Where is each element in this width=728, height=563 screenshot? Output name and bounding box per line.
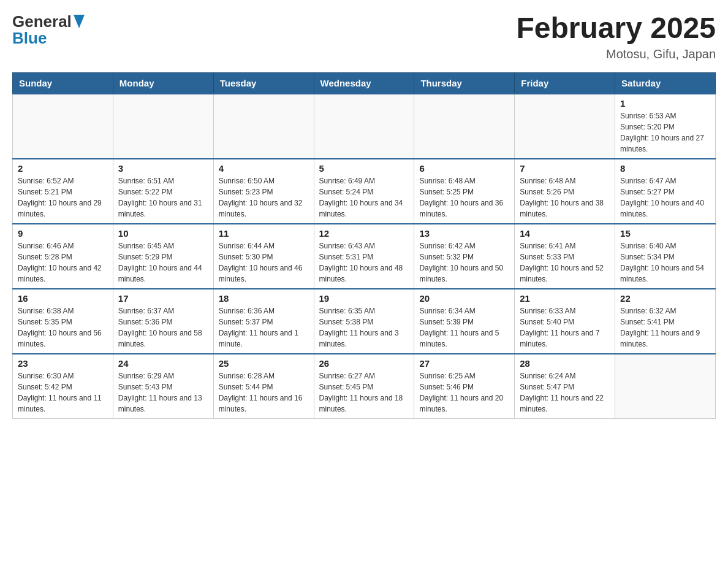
day-info: Sunrise: 6:50 AM Sunset: 5:23 PM Dayligh… <box>219 175 309 220</box>
day-number: 24 <box>118 358 208 369</box>
day-number: 22 <box>620 293 710 304</box>
calendar-cell <box>615 354 716 419</box>
logo-arrow-icon <box>74 15 85 31</box>
day-info: Sunrise: 6:47 AM Sunset: 5:27 PM Dayligh… <box>620 175 710 220</box>
day-number: 9 <box>18 228 108 239</box>
calendar-cell: 4Sunrise: 6:50 AM Sunset: 5:23 PM Daylig… <box>213 159 314 224</box>
day-info: Sunrise: 6:49 AM Sunset: 5:24 PM Dayligh… <box>319 175 409 220</box>
calendar-cell: 28Sunrise: 6:24 AM Sunset: 5:47 PM Dayli… <box>515 354 615 419</box>
day-info: Sunrise: 6:36 AM Sunset: 5:37 PM Dayligh… <box>219 305 309 350</box>
month-title: February 2025 <box>516 12 716 45</box>
logo-blue-text: Blue <box>12 29 47 48</box>
calendar-cell <box>113 94 213 159</box>
calendar-cell: 10Sunrise: 6:45 AM Sunset: 5:29 PM Dayli… <box>113 224 213 289</box>
day-number: 13 <box>419 228 509 239</box>
day-info: Sunrise: 6:32 AM Sunset: 5:41 PM Dayligh… <box>620 305 710 350</box>
day-info: Sunrise: 6:35 AM Sunset: 5:38 PM Dayligh… <box>319 305 409 350</box>
calendar-cell: 2Sunrise: 6:52 AM Sunset: 5:21 PM Daylig… <box>13 159 113 224</box>
day-number: 18 <box>219 293 309 304</box>
week-row-2: 2Sunrise: 6:52 AM Sunset: 5:21 PM Daylig… <box>13 159 716 224</box>
calendar-cell: 17Sunrise: 6:37 AM Sunset: 5:36 PM Dayli… <box>113 289 213 354</box>
day-info: Sunrise: 6:45 AM Sunset: 5:29 PM Dayligh… <box>118 240 208 285</box>
day-number: 28 <box>520 358 610 369</box>
day-number: 23 <box>18 358 108 369</box>
calendar-cell: 12Sunrise: 6:43 AM Sunset: 5:31 PM Dayli… <box>314 224 414 289</box>
calendar-cell: 21Sunrise: 6:33 AM Sunset: 5:40 PM Dayli… <box>515 289 615 354</box>
calendar-cell: 1Sunrise: 6:53 AM Sunset: 5:20 PM Daylig… <box>615 94 716 159</box>
calendar-cell <box>515 94 615 159</box>
calendar-cell: 14Sunrise: 6:41 AM Sunset: 5:33 PM Dayli… <box>515 224 615 289</box>
day-number: 26 <box>319 358 409 369</box>
day-number: 16 <box>18 293 108 304</box>
day-info: Sunrise: 6:48 AM Sunset: 5:25 PM Dayligh… <box>419 175 509 220</box>
calendar-cell: 20Sunrise: 6:34 AM Sunset: 5:39 PM Dayli… <box>414 289 515 354</box>
day-info: Sunrise: 6:44 AM Sunset: 5:30 PM Dayligh… <box>219 240 309 285</box>
calendar-cell <box>213 94 314 159</box>
week-row-1: 1Sunrise: 6:53 AM Sunset: 5:20 PM Daylig… <box>13 94 716 159</box>
day-info: Sunrise: 6:48 AM Sunset: 5:26 PM Dayligh… <box>520 175 610 220</box>
day-number: 11 <box>219 228 309 239</box>
day-number: 17 <box>118 293 208 304</box>
calendar-cell: 23Sunrise: 6:30 AM Sunset: 5:42 PM Dayli… <box>13 354 113 419</box>
day-info: Sunrise: 6:25 AM Sunset: 5:46 PM Dayligh… <box>419 370 509 415</box>
day-number: 27 <box>419 358 509 369</box>
calendar-cell: 13Sunrise: 6:42 AM Sunset: 5:32 PM Dayli… <box>414 224 515 289</box>
svg-marker-0 <box>74 15 85 28</box>
day-info: Sunrise: 6:34 AM Sunset: 5:39 PM Dayligh… <box>419 305 509 350</box>
day-number: 5 <box>319 163 409 174</box>
calendar-cell: 24Sunrise: 6:29 AM Sunset: 5:43 PM Dayli… <box>113 354 213 419</box>
day-number: 15 <box>620 228 710 239</box>
day-number: 7 <box>520 163 610 174</box>
day-info: Sunrise: 6:29 AM Sunset: 5:43 PM Dayligh… <box>118 370 208 415</box>
location: Motosu, Gifu, Japan <box>516 47 716 61</box>
day-info: Sunrise: 6:41 AM Sunset: 5:33 PM Dayligh… <box>520 240 610 285</box>
calendar-cell: 18Sunrise: 6:36 AM Sunset: 5:37 PM Dayli… <box>213 289 314 354</box>
day-number: 4 <box>219 163 309 174</box>
day-number: 14 <box>520 228 610 239</box>
calendar-cell: 25Sunrise: 6:28 AM Sunset: 5:44 PM Dayli… <box>213 354 314 419</box>
col-tuesday: Tuesday <box>213 72 314 94</box>
day-info: Sunrise: 6:27 AM Sunset: 5:45 PM Dayligh… <box>319 370 409 415</box>
header-right: February 2025 Motosu, Gifu, Japan <box>516 12 716 61</box>
day-info: Sunrise: 6:38 AM Sunset: 5:35 PM Dayligh… <box>18 305 108 350</box>
day-info: Sunrise: 6:40 AM Sunset: 5:34 PM Dayligh… <box>620 240 710 285</box>
calendar-cell <box>13 94 113 159</box>
day-number: 3 <box>118 163 208 174</box>
calendar-cell: 16Sunrise: 6:38 AM Sunset: 5:35 PM Dayli… <box>13 289 113 354</box>
week-row-3: 9Sunrise: 6:46 AM Sunset: 5:28 PM Daylig… <box>13 224 716 289</box>
calendar-cell: 3Sunrise: 6:51 AM Sunset: 5:22 PM Daylig… <box>113 159 213 224</box>
calendar-table: Sunday Monday Tuesday Wednesday Thursday… <box>12 72 716 419</box>
day-info: Sunrise: 6:33 AM Sunset: 5:40 PM Dayligh… <box>520 305 610 350</box>
day-number: 12 <box>319 228 409 239</box>
day-info: Sunrise: 6:53 AM Sunset: 5:20 PM Dayligh… <box>620 110 710 155</box>
day-number: 19 <box>319 293 409 304</box>
day-number: 6 <box>419 163 509 174</box>
day-number: 25 <box>219 358 309 369</box>
day-number: 8 <box>620 163 710 174</box>
calendar-header-row: Sunday Monday Tuesday Wednesday Thursday… <box>13 72 716 94</box>
calendar-cell: 9Sunrise: 6:46 AM Sunset: 5:28 PM Daylig… <box>13 224 113 289</box>
calendar-cell: 15Sunrise: 6:40 AM Sunset: 5:34 PM Dayli… <box>615 224 716 289</box>
week-row-5: 23Sunrise: 6:30 AM Sunset: 5:42 PM Dayli… <box>13 354 716 419</box>
day-info: Sunrise: 6:24 AM Sunset: 5:47 PM Dayligh… <box>520 370 610 415</box>
week-row-4: 16Sunrise: 6:38 AM Sunset: 5:35 PM Dayli… <box>13 289 716 354</box>
day-number: 1 <box>620 98 710 109</box>
day-info: Sunrise: 6:37 AM Sunset: 5:36 PM Dayligh… <box>118 305 208 350</box>
day-info: Sunrise: 6:52 AM Sunset: 5:21 PM Dayligh… <box>18 175 108 220</box>
calendar-cell: 5Sunrise: 6:49 AM Sunset: 5:24 PM Daylig… <box>314 159 414 224</box>
calendar-cell: 27Sunrise: 6:25 AM Sunset: 5:46 PM Dayli… <box>414 354 515 419</box>
calendar-cell <box>414 94 515 159</box>
calendar-cell: 22Sunrise: 6:32 AM Sunset: 5:41 PM Dayli… <box>615 289 716 354</box>
logo: General Blue <box>12 12 85 48</box>
col-friday: Friday <box>515 72 615 94</box>
day-info: Sunrise: 6:46 AM Sunset: 5:28 PM Dayligh… <box>18 240 108 285</box>
day-info: Sunrise: 6:42 AM Sunset: 5:32 PM Dayligh… <box>419 240 509 285</box>
day-info: Sunrise: 6:28 AM Sunset: 5:44 PM Dayligh… <box>219 370 309 415</box>
calendar-cell: 7Sunrise: 6:48 AM Sunset: 5:26 PM Daylig… <box>515 159 615 224</box>
day-number: 10 <box>118 228 208 239</box>
col-sunday: Sunday <box>13 72 113 94</box>
col-saturday: Saturday <box>615 72 716 94</box>
page-header: General Blue February 2025 Motosu, Gifu,… <box>12 12 716 61</box>
day-info: Sunrise: 6:51 AM Sunset: 5:22 PM Dayligh… <box>118 175 208 220</box>
day-info: Sunrise: 6:30 AM Sunset: 5:42 PM Dayligh… <box>18 370 108 415</box>
